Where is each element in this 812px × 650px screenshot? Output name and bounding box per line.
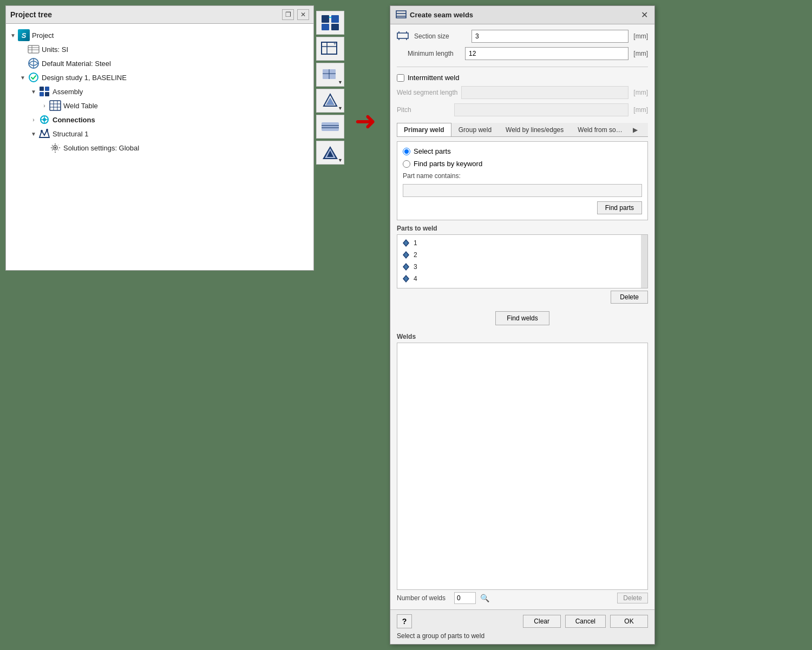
weld-segment-unit: [mm]: [632, 89, 648, 96]
select-parts-radio[interactable]: [403, 148, 410, 155]
parts-to-weld-section: Parts to weld 1: [397, 225, 648, 304]
section-size-row: Section size [mm]: [397, 30, 648, 43]
find-parts-radio[interactable]: [403, 160, 410, 168]
part-name-row: Part name contains:: [403, 172, 642, 180]
welds-label: Welds: [397, 333, 648, 340]
tree-item-solution[interactable]: Solution settings: Global: [8, 141, 311, 155]
zoom-icon[interactable]: 🔍: [479, 593, 490, 603]
restore-button[interactable]: ❐: [282, 9, 294, 20]
part-item-3[interactable]: 3: [397, 261, 647, 273]
delete-parts-button[interactable]: Delete: [611, 291, 648, 304]
svg-rect-28: [322, 24, 329, 30]
design-icon: [28, 72, 40, 83]
chevron-design: ▼: [19, 74, 27, 81]
help-button[interactable]: ?: [397, 614, 412, 628]
intermittent-weld-row: Intermittent weld: [397, 74, 648, 82]
welds-section: Welds Number of welds 🔍 Delete: [397, 333, 648, 604]
dialog-close-button[interactable]: ✕: [640, 10, 649, 20]
part-name-input[interactable]: [403, 184, 642, 197]
svg-rect-11: [50, 101, 61, 110]
part-icon-2: [402, 251, 410, 259]
red-arrow: ➜: [355, 108, 376, 134]
parts-list-scrollbar[interactable]: [641, 235, 647, 288]
welds-count-input[interactable]: [454, 592, 476, 604]
part-icon-1: [402, 239, 410, 247]
ok-button[interactable]: OK: [610, 615, 648, 628]
tree-item-units[interactable]: Units: SI: [8, 42, 311, 56]
create-seam-welds-dialog: Create seam welds ✕ Section size [mm] Mi…: [390, 5, 655, 645]
intermittent-weld-label[interactable]: Intermittent weld: [408, 74, 459, 82]
close-button[interactable]: ✕: [297, 9, 309, 20]
part-name-contains-label: Part name contains:: [403, 172, 461, 180]
tree-content: ▼ S Project Units: SI: [6, 24, 313, 270]
pitch-row: Pitch [mm]: [397, 103, 648, 116]
tree-item-material[interactable]: Default Material: Steel: [8, 56, 311, 70]
toolbar-dropdown-6: ▼: [338, 157, 343, 163]
chevron-weld-table: ›: [41, 102, 48, 109]
tree-item-assembly[interactable]: ▼ Assembly: [8, 84, 311, 99]
svg-rect-29: [331, 24, 339, 30]
chevron-project: ▼: [9, 31, 17, 39]
svg-rect-26: [322, 15, 329, 23]
tree-item-weld-table[interactable]: › Weld Table: [8, 99, 311, 113]
find-parts-row: Find parts by keyword: [403, 160, 642, 168]
toolbar-btn-6[interactable]: ▼: [316, 141, 344, 165]
parts-list[interactable]: 1 2 3: [397, 234, 648, 288]
find-welds-button[interactable]: Find welds: [495, 311, 549, 325]
find-parts-btn-row: Find parts: [403, 201, 642, 214]
panel-title: Project tree: [10, 10, 52, 19]
toolbar-btn-1[interactable]: [316, 11, 344, 35]
tab-more-button[interactable]: ▶: [630, 123, 641, 136]
part-label-4: 4: [414, 275, 417, 283]
svg-rect-8: [45, 87, 49, 91]
svg-point-6: [29, 73, 38, 82]
tab-weld-from-solid[interactable]: Weld from so…: [571, 123, 629, 136]
tab-primary-weld[interactable]: Primary weld: [397, 123, 451, 136]
section-size-unit: [mm]: [632, 32, 648, 40]
find-parts-button[interactable]: Find parts: [597, 201, 642, 214]
dialog-footer: ? Clear Cancel OK Select a group of part…: [390, 609, 654, 644]
pitch-input: [454, 103, 628, 116]
toolbar-btn-5[interactable]: [316, 115, 344, 139]
tree-item-structural[interactable]: ▼ Structural 1: [8, 127, 311, 141]
tab-group-weld[interactable]: Group weld: [451, 123, 499, 136]
part-item-4[interactable]: 4: [397, 273, 647, 285]
minimum-length-input[interactable]: [465, 47, 628, 60]
part-name-input-row: [403, 184, 642, 197]
tree-label-design: Design study 1, BASELINE: [42, 74, 127, 82]
find-welds-row: Find welds: [397, 308, 648, 329]
part-item-1[interactable]: 1: [397, 237, 647, 249]
clear-button[interactable]: Clear: [523, 615, 561, 628]
tree-item-design-study[interactable]: ▼ Design study 1, BASELINE: [8, 70, 311, 84]
part-label-2: 2: [414, 251, 417, 259]
structural-icon: [38, 128, 50, 139]
footer-buttons-row: ? Clear Cancel OK: [397, 614, 648, 628]
tab-weld-by-lines[interactable]: Weld by lines/edges: [499, 123, 571, 136]
chevron-assembly: ▼: [30, 88, 37, 95]
connections-icon: [38, 114, 50, 125]
tree-item-project[interactable]: ▼ S Project: [8, 28, 311, 42]
material-icon: [28, 58, 40, 69]
welds-list[interactable]: [397, 343, 648, 590]
find-parts-label[interactable]: Find parts by keyword: [414, 160, 482, 168]
tree-label-solution: Solution settings: Global: [63, 144, 139, 152]
select-parts-label[interactable]: Select parts: [414, 147, 451, 155]
tree-label-assembly: Assembly: [53, 88, 83, 96]
panel-title-bar: Project tree ❐ ✕: [6, 6, 313, 24]
chevron-structural: ▼: [30, 130, 37, 137]
part-icon-3: [402, 262, 410, 271]
toolbar-btn-3[interactable]: ▼: [316, 63, 344, 87]
toolbar-btn-2[interactable]: +: [316, 37, 344, 61]
intermittent-weld-checkbox[interactable]: [397, 74, 404, 82]
tree-item-connections[interactable]: › Connections: [8, 113, 311, 127]
s-icon: S: [18, 30, 30, 41]
toolbar-btn-4[interactable]: ▼: [316, 89, 344, 113]
delete-welds-button[interactable]: Delete: [617, 593, 648, 603]
dialog-body: Section size [mm] Minimum length [mm] In…: [390, 24, 654, 609]
weld-segment-row: Weld segment length [mm]: [397, 86, 648, 99]
section-size-input[interactable]: [472, 30, 628, 43]
toolbar-dropdown-3: ▼: [338, 80, 343, 85]
svg-point-17: [43, 118, 46, 121]
cancel-button[interactable]: Cancel: [565, 615, 606, 628]
part-item-2[interactable]: 2: [397, 249, 647, 261]
